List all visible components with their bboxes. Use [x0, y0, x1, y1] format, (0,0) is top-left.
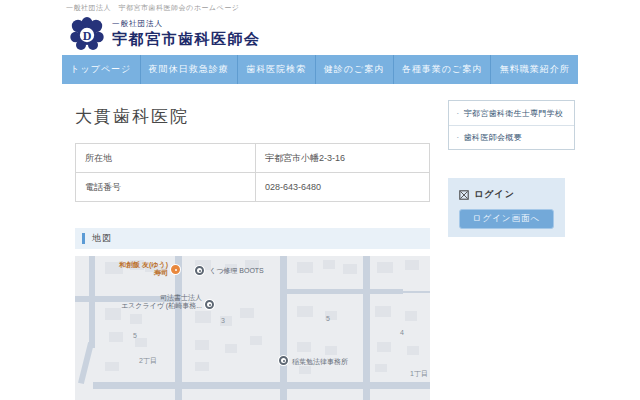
map-road — [285, 289, 403, 294]
map-building — [297, 262, 313, 273]
map-building — [407, 346, 419, 355]
map-building — [323, 260, 335, 269]
map-building — [297, 306, 313, 317]
map-building — [377, 262, 393, 273]
district-label-1chome: 1丁目 — [410, 369, 428, 379]
clinic-title: 大貫歯科医院 — [75, 105, 189, 128]
map-road — [78, 342, 94, 384]
svg-text:D: D — [83, 29, 92, 43]
map-road — [89, 256, 95, 348]
map-building — [405, 260, 419, 270]
login-title: ログイン — [474, 188, 515, 201]
map-building — [195, 362, 209, 371]
law-office-2-poi-marker-icon[interactable] — [279, 356, 288, 365]
login-button[interactable]: ログイン画面へ — [459, 209, 554, 229]
shoe-repair-poi-marker-icon[interactable] — [195, 266, 204, 275]
site-logo[interactable]: D 一般社団法人 宇都宮市歯科医師会 — [68, 15, 428, 53]
block-number-4: 4 — [400, 329, 404, 336]
login-title-row: ログイン — [459, 188, 554, 201]
map-building — [105, 308, 121, 320]
map-building — [299, 366, 311, 374]
map-road — [401, 291, 430, 293]
sidebar-link-label: 歯科医師会概要 — [464, 132, 522, 143]
law-office-2-label: 稲葉勉法律事務所 — [292, 357, 348, 367]
login-panel: ログイン ログイン画面へ — [448, 178, 565, 237]
table-row-address: 所在地 宇都宮市小幡2-3-16 — [76, 144, 429, 173]
map-building — [250, 336, 262, 345]
map-road — [175, 256, 182, 400]
restaurant-sub-label: 寿司 — [154, 268, 168, 278]
sidebar-link-association-overview[interactable]: ･ 歯科医師会概要 — [449, 125, 574, 149]
nav-item-job-agency[interactable]: 無料職業紹介所 — [490, 55, 578, 84]
sidebar-link-label: 宇都宮歯科衛生士専門学校 — [464, 108, 564, 119]
sidebar-link-hygienist-school[interactable]: ･ 宇都宮歯科衛生士専門学校 — [449, 101, 574, 125]
nav-item-clinic-search[interactable]: 歯科医院検索 — [237, 55, 315, 84]
map-road — [93, 382, 430, 389]
dental-association-emblem-icon: D — [68, 16, 106, 52]
map-building — [377, 342, 391, 352]
bullet-icon: ･ — [456, 134, 460, 141]
nav-item-top-page[interactable]: トップページ — [62, 55, 140, 84]
map-building — [130, 314, 142, 324]
law-office-1-poi-marker-icon[interactable] — [205, 300, 214, 309]
map-building — [240, 308, 254, 318]
map-building — [375, 306, 391, 317]
map-road — [363, 256, 370, 400]
table-row-phone: 電話番号 028-643-6480 — [76, 173, 429, 202]
map-canvas[interactable]: 和創飯 友(ゆう) 寿司 くつ修理 BOOTS 司法書士法人 エスクライヴ (柏… — [75, 256, 430, 400]
nav-item-checkup-info[interactable]: 健診のご案内 — [315, 55, 393, 84]
law-office-1-label-line2: エスクライヴ (柏崎事務... — [121, 301, 202, 311]
address-value: 宇都宮市小幡2-3-16 — [256, 144, 429, 172]
org-text-block: 一般社団法人 宇都宮市歯科医師会 — [112, 19, 261, 49]
org-type-label: 一般社団法人 — [112, 19, 261, 29]
address-label: 所在地 — [76, 144, 256, 172]
block-number-3: 3 — [221, 317, 225, 324]
map-building — [343, 264, 357, 274]
map-building — [105, 362, 119, 371]
map-building — [225, 344, 237, 353]
bullet-icon: ･ — [456, 110, 460, 117]
map-road — [280, 256, 287, 400]
section-accent-bar — [82, 233, 85, 244]
nav-item-programs-info[interactable]: 各種事業のご案内 — [393, 55, 491, 84]
block-number-5b: 5 — [133, 332, 137, 339]
site-tagline: 一般社団法人 宇都宮市歯科医師会のホームページ — [66, 3, 239, 13]
restaurant-poi-marker-icon[interactable] — [171, 265, 180, 274]
org-name-label: 宇都宮市歯科医師会 — [112, 30, 261, 49]
map-building — [195, 340, 209, 350]
login-icon — [459, 190, 469, 200]
clinic-info-table: 所在地 宇都宮市小幡2-3-16 電話番号 028-643-6480 — [75, 143, 430, 202]
map-building — [297, 342, 311, 352]
district-label-2chome: 2丁目 — [139, 356, 157, 366]
map-building — [195, 311, 211, 323]
map-building — [109, 332, 123, 342]
map-building — [135, 338, 147, 347]
map-building — [375, 364, 387, 372]
main-navigation: トップページ 夜間休日救急診療 歯科医院検索 健診のご案内 各種事業のご案内 無… — [62, 55, 578, 84]
phone-label: 電話番号 — [76, 173, 256, 201]
nav-item-emergency-care[interactable]: 夜間休日救急診療 — [140, 55, 238, 84]
phone-value: 028-643-6480 — [256, 173, 429, 201]
map-section-title: 地図 — [92, 232, 112, 245]
map-building — [405, 311, 417, 321]
map-building — [325, 346, 337, 355]
map-section-header: 地図 — [75, 228, 430, 249]
page: 一般社団法人 宇都宮市歯科医師会のホームページ D 一般社団法人 宇都宮市歯科医… — [0, 0, 640, 400]
shoe-repair-label: くつ修理 BOOTS — [209, 266, 264, 276]
block-number-5a: 5 — [326, 315, 330, 322]
sidebar-links: ･ 宇都宮歯科衛生士専門学校 ･ 歯科医師会概要 — [448, 100, 575, 150]
